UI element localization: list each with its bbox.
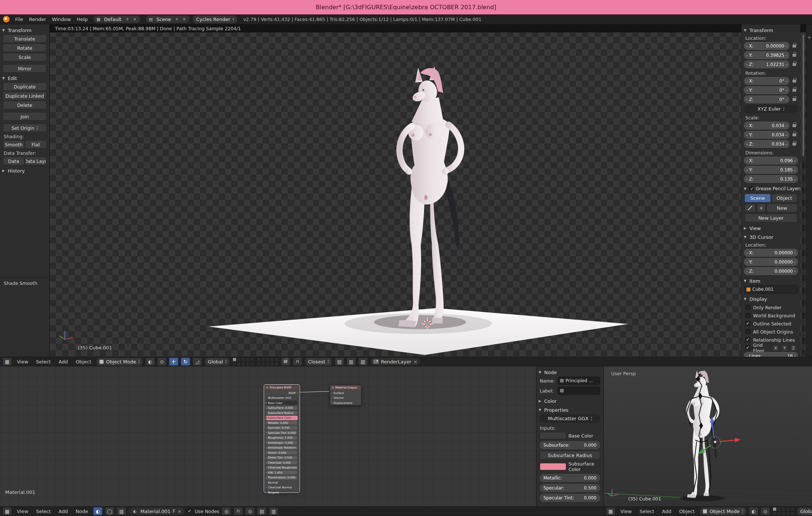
value-socket-icon[interactable] — [266, 427, 267, 429]
duplicate-linked-button[interactable]: Duplicate Linked — [3, 92, 46, 100]
translate-button[interactable]: Translate — [3, 35, 46, 43]
subsurface-color-swatch[interactable] — [540, 463, 566, 470]
menu-file[interactable]: File — [13, 15, 26, 23]
value-socket-icon[interactable] — [266, 447, 267, 449]
layer-cell[interactable] — [790, 512, 794, 516]
layer-cell[interactable] — [250, 358, 254, 362]
node-menu-select[interactable]: Select — [34, 508, 53, 515]
vector-socket-icon[interactable] — [266, 491, 267, 494]
join-button[interactable]: Join — [3, 112, 46, 121]
subsurface-slider[interactable]: Subsurface:0.000 — [540, 441, 600, 449]
lock-to-scene-button[interactable] — [281, 358, 290, 366]
viewport-menu-add[interactable]: Add — [56, 358, 70, 366]
render-layer-field[interactable]: RenderLayer × — [370, 358, 420, 366]
grid-z-toggle[interactable]: Z — [790, 345, 797, 351]
transmission-input[interactable]: Transmission: 0.000 — [266, 475, 298, 480]
layer-cell[interactable] — [274, 362, 279, 366]
outline-selected-row[interactable]: Outline Selected — [742, 320, 800, 328]
render-opengl-button[interactable]: ▤ — [335, 358, 344, 366]
base-color-input[interactable]: Base Color — [266, 401, 298, 405]
location-x-field[interactable]: ◂X:0.00000▸ — [744, 42, 790, 50]
node-header[interactable]: ▼Material Output — [330, 385, 361, 390]
history-section-header[interactable]: ▶ History — [0, 166, 49, 175]
layer-cell[interactable] — [790, 507, 794, 511]
layer-cell[interactable] — [266, 362, 270, 366]
lock-scale-x-button[interactable] — [791, 124, 798, 127]
value-socket-icon[interactable] — [332, 402, 333, 404]
rotation-x-field[interactable]: ◂X:0°▸ — [744, 77, 790, 85]
grid-y-toggle[interactable]: Y — [781, 345, 788, 351]
3d-viewport[interactable]: Time:03:13.24 | Mem:65.05M, Peak:88.98M … — [50, 24, 806, 357]
layer-cell[interactable] — [237, 358, 241, 362]
layer-cell[interactable] — [270, 358, 274, 362]
vp2-menu-object[interactable]: Object — [676, 508, 697, 515]
value-socket-icon[interactable] — [266, 437, 267, 439]
rotation-z-field[interactable]: ◂Z:0°▸ — [744, 95, 790, 104]
node-header[interactable]: ▼Principled BSDF — [265, 385, 299, 390]
value-socket-icon[interactable] — [266, 471, 267, 474]
vector-socket-icon[interactable] — [266, 412, 267, 414]
vp2-menu-add[interactable]: Add — [659, 508, 674, 515]
delete-button[interactable]: Delete — [3, 101, 46, 109]
distribution-dropdown[interactable]: Multiscatter GGX — [266, 396, 298, 400]
add-layout-button[interactable]: + — [124, 17, 131, 22]
displacement-input[interactable]: Displacement — [332, 401, 360, 405]
specular-input[interactable]: Specular: 0.500 — [266, 426, 298, 430]
checkbox-checked-icon[interactable] — [745, 337, 750, 342]
layer-cell[interactable] — [261, 358, 265, 362]
location-z-field[interactable]: ◂Z:1.02231▸ — [744, 60, 790, 69]
checkbox-icon[interactable] — [745, 313, 750, 318]
set-origin-dropdown[interactable]: Set Origin ▴▾ — [3, 124, 46, 132]
shade-flat-button[interactable]: Flat — [25, 140, 46, 149]
close-scene-button[interactable]: × — [181, 17, 188, 22]
grid-lines-field[interactable]: ◂Lines:16▸ — [744, 352, 798, 357]
color-socket-icon[interactable] — [266, 402, 267, 404]
shade-smooth-button[interactable]: Smooth — [3, 140, 24, 149]
render-engine-select[interactable]: Cycles Render ▾ — [193, 15, 237, 24]
viewport-menu-object[interactable]: Object — [73, 358, 94, 366]
layer-cell[interactable] — [241, 362, 245, 366]
grid-floor-row[interactable]: Grid Floor X Y Z — [742, 344, 800, 352]
color-panel-header[interactable]: ▶ Color — [536, 397, 603, 405]
subsurface-input[interactable]: Subsurface: 0.000 — [266, 406, 298, 410]
gp-new-layer-button[interactable]: New Layer — [745, 214, 797, 222]
subsurface-color-input[interactable]: Subsurface Color — [266, 416, 298, 420]
close-layout-button[interactable]: × — [131, 17, 139, 22]
shader-socket-icon[interactable] — [332, 392, 333, 394]
paste-node-button[interactable]: ▥ — [269, 507, 278, 515]
clearcoat-roughness-input[interactable]: Clearcoat Roughness: 0.030 — [266, 466, 298, 470]
pivot-center-button[interactable]: ⊙ — [761, 507, 770, 515]
roughness-input[interactable]: Roughness: 1.000 — [266, 436, 298, 440]
menu-render[interactable]: Render — [27, 15, 49, 23]
layer-cell[interactable] — [266, 358, 270, 362]
rotate-button[interactable]: Rotate — [3, 44, 46, 52]
layer-cell[interactable] — [773, 512, 777, 516]
layer-cell[interactable] — [250, 362, 254, 366]
rotation-y-field[interactable]: ◂Y:0°▸ — [744, 86, 790, 94]
cursor-y-field[interactable]: ◂Y:0.00000▸ — [744, 258, 798, 266]
layer-cell[interactable] — [241, 358, 245, 362]
fake-user-button[interactable]: F — [173, 509, 175, 514]
scale-y-field[interactable]: ◂Y:0.034▸ — [744, 131, 790, 139]
snap-toggle-button[interactable]: ∪ — [234, 507, 243, 515]
unlink-material-icon[interactable]: × — [178, 509, 182, 514]
menu-window[interactable]: Window — [49, 15, 73, 23]
node-menu-node[interactable]: Node — [73, 508, 91, 515]
node-name-field[interactable]: Principled ... — [557, 377, 600, 385]
value-socket-icon[interactable] — [266, 457, 267, 459]
normal-input[interactable]: Normal — [266, 480, 298, 485]
gp-source-scene-tab[interactable]: Scene — [745, 194, 771, 202]
dimensions-x-field[interactable]: ◂X:0.096▸ — [744, 157, 798, 165]
specular-slider[interactable]: Specular:0.500 — [540, 484, 600, 492]
all-object-origins-row[interactable]: All Object Origins — [742, 328, 800, 336]
checkbox-checked-icon[interactable] — [187, 509, 192, 514]
object-name-field[interactable]: Cube.001 — [744, 285, 798, 293]
material-output-node[interactable]: ▼Material Output Surface Volume Displace… — [330, 385, 361, 405]
transform-orientation-select[interactable]: Global ▴▾ — [204, 358, 230, 366]
lock-scale-y-button[interactable] — [791, 133, 798, 136]
grid-x-toggle[interactable]: X — [773, 345, 779, 351]
grease-pencil-data-icon[interactable] — [745, 204, 756, 212]
cursor-x-field[interactable]: ◂X:0.00000▸ — [744, 249, 798, 257]
layer-cell[interactable] — [246, 362, 250, 366]
properties-panel-header[interactable]: ▼ Properties — [536, 405, 603, 414]
